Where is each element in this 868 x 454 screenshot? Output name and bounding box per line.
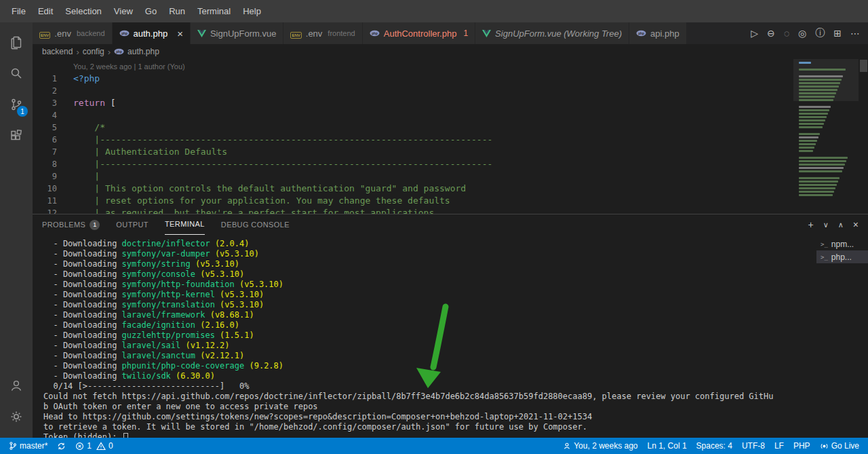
cursor-position[interactable]: Ln 1, Col 1 [643,438,692,454]
terminal-version: (1.5.1) [220,330,254,340]
editor-scrollbar[interactable] [859,59,868,214]
panel-tab-terminal[interactable]: TERMINAL [165,214,205,235]
terminal-package: facade/ignition [122,320,195,330]
extensions-icon[interactable] [0,120,33,151]
minimap-line [799,160,846,162]
code-line[interactable]: 11 | reset options for your application.… [33,195,793,207]
terminal-text: - Downloading [43,249,122,259]
problems-indicator[interactable]: 1 0 [71,438,117,454]
maximize-panel-icon[interactable]: ∧ [838,221,844,229]
panel-tab-output[interactable]: OUTPUT [116,214,149,235]
code-editor[interactable]: You, 2 weeks ago | 1 author (You) 1<?php… [33,59,868,214]
minimap-line [799,194,833,196]
info-icon[interactable]: ⓘ [815,27,825,39]
minimap-line [799,164,845,166]
tab-auth-php[interactable]: phpauth.php× [113,22,191,44]
line-number: 6 [33,134,65,146]
tab-signupform-vue-working-tree-[interactable]: SignUpForm.vue (Working Tree) [475,22,629,44]
terminal-package: symfony/http-foundation [122,280,235,289]
eol-indicator[interactable]: LF [770,438,789,454]
minimap-line [799,150,813,152]
code-line[interactable]: 8 |-------------------------------------… [33,158,793,170]
svg-text:php: php [638,32,644,35]
terminal-text [210,249,215,259]
blame-status[interactable]: You, 2 weeks ago [558,438,642,454]
tab-api-php[interactable]: phpapi.php [629,22,687,44]
split-editor-icon[interactable]: ⊞ [833,28,842,39]
go-live-button[interactable]: Go Live [815,438,864,454]
code-line[interactable]: 9 | [33,170,793,183]
menu-help[interactable]: Help [237,0,267,22]
settings-gear-icon[interactable] [0,401,33,432]
menu-terminal[interactable]: Terminal [191,0,237,22]
minimap-line [799,69,846,71]
terminal-text: - Downloading [43,290,122,299]
code-line[interactable]: 3return [ [33,97,793,109]
scrollbar-thumb[interactable] [860,60,867,72]
menu-edit[interactable]: Edit [32,0,59,22]
close-panel-icon[interactable]: × [853,219,859,230]
panel-tab-label: PROBLEMS [42,215,85,235]
branch-indicator[interactable]: master* [4,438,52,454]
breadcrumb-item-backend[interactable]: backend [42,47,73,56]
code-line[interactable]: 6 |-------------------------------------… [33,134,793,146]
tab-signupform-vue[interactable]: SignUpForm.vue [191,22,284,44]
line-number: 12 [33,207,65,214]
code-text [65,109,73,121]
circle-icon[interactable]: ◌ [784,28,789,39]
panel-tab-problems[interactable]: PROBLEMS1 [42,214,100,235]
code-line[interactable]: 7 | Authentication Defaults [33,146,793,158]
encoding-indicator[interactable]: UTF-8 [737,438,770,454]
sync-button[interactable] [52,438,71,454]
indentation-indicator[interactable]: Spaces: 4 [692,438,737,454]
code-line[interactable]: 10 | This option controls the default au… [33,183,793,195]
minimap-line [799,157,848,159]
tab-label: .env [54,29,71,39]
breadcrumb-item-file[interactable]: auth.php [127,47,159,56]
terminal-output[interactable]: - Downloading doctrine/inflector (2.0.4)… [33,235,816,438]
branch-label: master* [20,441,47,451]
tab-label: AuthController.php [384,29,457,39]
activity-bar-bottom [0,370,33,432]
menu-selection[interactable]: Selection [59,0,107,22]
breadcrumb-item-config[interactable]: config [83,47,104,56]
terminal-list-item[interactable]: >_npm... [816,238,868,250]
minimap-line [799,79,842,81]
menu-file[interactable]: File [5,0,32,22]
vue-icon [197,30,206,37]
new-terminal-icon[interactable]: + [808,219,814,230]
code-line[interactable]: 2 [33,85,793,97]
language-indicator[interactable]: PHP [789,438,815,454]
tab--env[interactable]: ENV.envbackend [33,22,113,44]
tab-authcontroller-php[interactable]: phpAuthController.php1 [363,22,475,44]
chevron-down-icon[interactable]: ∨ [823,221,829,229]
code-line[interactable]: 4 [33,109,793,121]
code-line[interactable]: 1<?php [33,73,793,85]
activity-bar: 1 [0,22,33,438]
minimap-line [799,119,825,121]
explorer-icon[interactable] [0,26,33,58]
minimap-line [799,133,820,135]
code-line[interactable]: 12 | as required, but they're a perfect … [33,207,793,214]
terminal-list-item[interactable]: >_php... [816,250,868,263]
menu-go[interactable]: Go [139,0,163,22]
run-icon[interactable]: ▷ [751,28,758,39]
minimap-line [799,147,814,149]
menu-run[interactable]: Run [163,0,191,22]
tab--env[interactable]: ENV.envfrontend [283,22,362,44]
minimap[interactable] [793,59,859,214]
compare-icon[interactable]: ⊖ [767,28,775,39]
more-actions-icon[interactable]: ⋯ [850,28,860,39]
tab-close-icon[interactable]: × [177,29,183,39]
search-icon[interactable] [0,58,33,89]
code-text: return [ [65,97,116,109]
line-number: 5 [33,121,65,134]
panel-tab-debug-console[interactable]: DEBUG CONSOLE [221,214,290,235]
terminal-text: Head to https://github.com/settings/toke… [43,412,592,421]
account-icon[interactable] [0,370,33,401]
tab-label: auth.php [134,29,168,39]
menu-view[interactable]: View [108,0,139,22]
circle-dot-icon[interactable]: ◎ [798,28,806,39]
code-line[interactable]: 5 /* [33,121,793,134]
source-control-icon[interactable]: 1 [0,89,33,120]
